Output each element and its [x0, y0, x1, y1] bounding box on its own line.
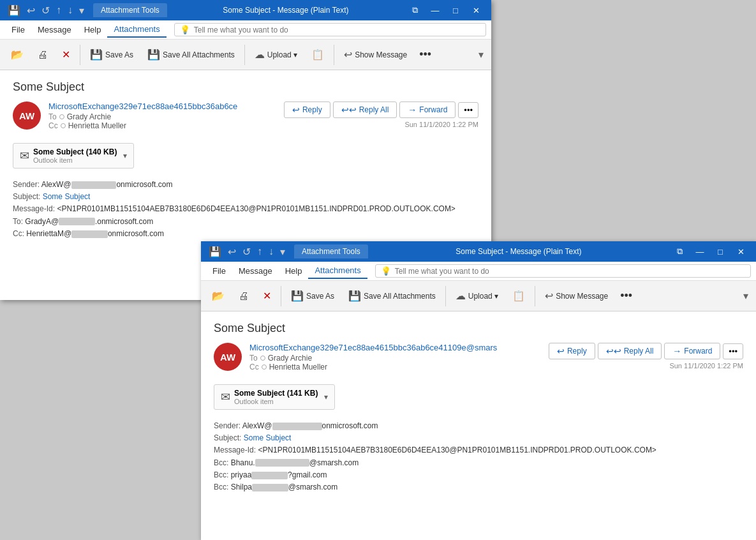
- menu-attachments-2[interactable]: Attachments: [308, 263, 367, 279]
- ribbon-more-2[interactable]: •••: [616, 287, 636, 305]
- window-controls-2: ⧉ — □ ✕: [669, 241, 751, 262]
- close-btn-1[interactable]: ✕: [466, 0, 486, 20]
- email-subject-2: Some Subject: [214, 322, 743, 335]
- undo-icon[interactable]: ↩: [24, 3, 38, 18]
- action-buttons-1: ↩ Reply ↩↩ Reply All → Forward •••: [284, 101, 478, 118]
- forward-icon-2: →: [672, 346, 681, 356]
- ribbon-show-message-2[interactable]: ↩ Show Message: [539, 287, 614, 305]
- ribbon-print-2[interactable]: 🖨: [233, 287, 255, 305]
- delete-icon-2: ✕: [263, 290, 271, 302]
- minimize-btn-2[interactable]: —: [690, 241, 710, 262]
- reply-all-icon-2: ↩↩: [606, 346, 621, 356]
- reply-label-2: Reply: [567, 347, 587, 356]
- quick-controls-1: 💾 ↩ ↺ ↑ ↓ ▾: [5, 3, 87, 18]
- restore-btn-2[interactable]: ⧉: [669, 241, 690, 262]
- search-box-1: 💡: [174, 23, 486, 36]
- save-icon-2[interactable]: 💾: [206, 244, 224, 259]
- reply-btn-2[interactable]: ↩ Reply: [549, 343, 595, 359]
- attachment-type-1: Outlook item: [33, 156, 117, 164]
- forward-icon-1: →: [408, 105, 417, 115]
- upload-icon-2: ☁: [456, 290, 466, 302]
- reply-all-btn-2[interactable]: ↩↩ Reply All: [598, 343, 662, 359]
- reply-all-btn-1[interactable]: ↩↩ Reply All: [333, 101, 397, 118]
- ribbon-open-2[interactable]: 📂: [206, 287, 230, 305]
- undo-icon-2[interactable]: ↩: [225, 244, 239, 259]
- action-more-2[interactable]: •••: [723, 343, 743, 359]
- dropdown-icon[interactable]: ▾: [77, 3, 87, 18]
- save-icon[interactable]: 💾: [5, 3, 23, 18]
- ribbon-more-1[interactable]: •••: [415, 45, 435, 64]
- close-btn-2[interactable]: ✕: [730, 241, 751, 262]
- save-as-icon-1: 💾: [90, 49, 103, 61]
- action-more-1[interactable]: •••: [458, 102, 478, 118]
- show-message-label-1: Show Message: [355, 50, 407, 59]
- attachment-2[interactable]: ✉ Some Subject (141 KB) Outlook item ▾: [214, 384, 335, 410]
- down-icon[interactable]: ↓: [65, 3, 75, 17]
- to-dot-2: [260, 356, 265, 361]
- maximize-btn-1[interactable]: □: [445, 0, 466, 20]
- forward-label-2: Forward: [684, 347, 712, 356]
- folder-icon-1: 📂: [11, 49, 24, 61]
- menu-message-1[interactable]: Message: [31, 22, 78, 37]
- redo-icon-2[interactable]: ↺: [240, 244, 253, 259]
- up-icon[interactable]: ↑: [54, 3, 64, 17]
- ribbon-divider-2b: [445, 286, 446, 306]
- clipboard-icon-1: 📋: [311, 49, 324, 61]
- attachment-tools-tab-2[interactable]: Attachment Tools: [294, 244, 368, 259]
- menu-help-2[interactable]: Help: [279, 264, 309, 278]
- save-as-icon-2: 💾: [291, 290, 304, 302]
- attachment-tools-tab[interactable]: Attachment Tools: [93, 3, 167, 17]
- attachment-1[interactable]: ✉ Some Subject (140 KB) Outlook item ▾: [13, 143, 134, 169]
- folder-icon-2: 📂: [212, 290, 225, 302]
- attachment-info-2: Some Subject (141 KB) Outlook item: [234, 389, 318, 405]
- save-all-label-1: Save All Attachments: [163, 50, 235, 59]
- menu-help-1[interactable]: Help: [78, 22, 108, 37]
- ribbon-save-all-1[interactable]: 💾 Save All Attachments: [142, 45, 241, 64]
- minimize-btn-1[interactable]: —: [425, 0, 445, 20]
- forward-btn-1[interactable]: → Forward: [399, 101, 456, 118]
- reply-all-icon-1: ↩↩: [341, 105, 357, 115]
- email-meta-1: MicrosoftExchange329e71ec88ae4615bbc36ab…: [48, 101, 276, 130]
- window-title-2: Some Subject - Message (Plain Text): [372, 247, 665, 256]
- email-body-1: Sender: AlexW@██████████onmicrosoft.com …: [13, 179, 478, 240]
- title-bar-1: 💾 ↩ ↺ ↑ ↓ ▾ Attachment Tools Some Subjec…: [0, 0, 491, 20]
- ribbon-divider-1a: [80, 45, 80, 65]
- dropdown-icon-2[interactable]: ▾: [278, 244, 288, 259]
- up-icon-2[interactable]: ↑: [255, 244, 265, 259]
- ribbon-upload-1[interactable]: ☁ Upload ▾: [249, 45, 303, 64]
- search-input-2[interactable]: [395, 267, 510, 276]
- menu-file-1[interactable]: File: [5, 22, 31, 37]
- save-all-label-2: Save All Attachments: [364, 292, 436, 301]
- search-input-1[interactable]: [194, 26, 309, 34]
- ribbon-delete-1[interactable]: ✕: [56, 45, 76, 64]
- ribbon-open-1[interactable]: 📂: [5, 45, 29, 64]
- menu-file-2[interactable]: File: [206, 264, 232, 278]
- ribbon-save-as-1[interactable]: 💾 Save As: [84, 45, 139, 64]
- ribbon-upload-2[interactable]: ☁ Upload ▾: [450, 287, 504, 305]
- save-all-icon-2: 💾: [348, 290, 361, 302]
- menu-message-2[interactable]: Message: [232, 264, 279, 278]
- ribbon-show-message-1[interactable]: ↩ Show Message: [338, 45, 413, 64]
- ribbon-save-as-2[interactable]: 💾 Save As: [285, 287, 340, 305]
- down-icon-2[interactable]: ↓: [266, 244, 276, 259]
- email-cc-row-2: Cc Henrietta Mueller: [249, 363, 541, 371]
- redo-icon[interactable]: ↺: [39, 3, 52, 18]
- ribbon-collapse-1[interactable]: ▾: [476, 46, 486, 63]
- window-2: 💾 ↩ ↺ ↑ ↓ ▾ Attachment Tools Some Subjec…: [201, 241, 756, 540]
- attachment-icon-1: ✉: [20, 149, 29, 163]
- menu-attachments-1[interactable]: Attachments: [107, 22, 166, 38]
- ribbon-print-1[interactable]: 🖨: [32, 46, 54, 64]
- reply-btn-1[interactable]: ↩ Reply: [284, 101, 330, 118]
- forward-btn-2[interactable]: → Forward: [664, 343, 720, 359]
- maximize-btn-2[interactable]: □: [710, 241, 730, 262]
- ribbon-collapse-2[interactable]: ▾: [741, 287, 751, 304]
- save-all-icon-1: 💾: [147, 49, 160, 61]
- restore-btn-1[interactable]: ⧉: [404, 0, 425, 20]
- save-as-label-2: Save As: [306, 292, 334, 301]
- email-date-2: Sun 11/1/2020 1:22 PM: [669, 362, 743, 370]
- to-name-1: Grady Archie: [67, 112, 111, 121]
- ribbon-delete-2[interactable]: ✕: [257, 287, 277, 305]
- ribbon-save-all-2[interactable]: 💾 Save All Attachments: [343, 287, 441, 305]
- clipboard-icon-2: 📋: [512, 290, 525, 302]
- print-icon-2: 🖨: [239, 290, 249, 302]
